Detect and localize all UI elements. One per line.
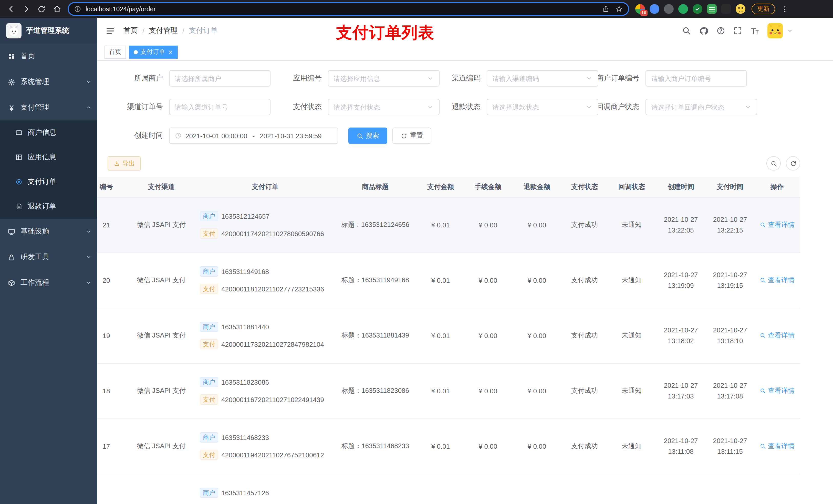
refund-status-input[interactable]: [492, 103, 582, 111]
cell-amount: ¥ 0.01: [418, 418, 463, 474]
extension-icon[interactable]: [664, 4, 674, 14]
channel-order-no-field[interactable]: [169, 99, 270, 115]
cell-title: 标题：1635311823086: [333, 363, 418, 418]
merchant-tag: 商户: [200, 377, 218, 387]
table-row: 21 微信 JSAPI 支付 商户 1635312124657 支付 42000…: [97, 197, 800, 253]
merchant-order-line: 商户 1635311468233: [200, 432, 330, 442]
extension-icon[interactable]: [707, 4, 717, 14]
pay-status-select[interactable]: [328, 99, 439, 115]
pay-status-input[interactable]: [334, 103, 424, 111]
channel-code-input[interactable]: [492, 74, 582, 82]
app-title: 芋道管理系统: [26, 26, 69, 35]
cell-paid: 2021-10-27 13:22:15: [706, 197, 754, 253]
view-detail-link[interactable]: 查看详情: [760, 220, 794, 230]
cell-refund: ¥ 0.00: [512, 308, 562, 363]
toggle-search-button[interactable]: [766, 156, 781, 171]
extension-badge: 10: [640, 9, 647, 16]
chevron-down-icon: [86, 229, 92, 235]
close-icon[interactable]: [168, 49, 173, 54]
cell-action: 查看详情: [754, 418, 800, 474]
hamburger-icon[interactable]: [105, 26, 115, 35]
merchant-order-no-field[interactable]: [645, 70, 747, 87]
merchant-select[interactable]: [169, 70, 270, 87]
active-dot: [134, 50, 138, 54]
chevron-down-icon: [86, 280, 92, 286]
sidebar-item-system[interactable]: 系统管理: [0, 69, 97, 95]
box-icon: [8, 279, 15, 287]
extension-icon[interactable]: [693, 4, 703, 14]
cell-paid: 2021-10-27 13:19:15: [706, 253, 754, 308]
font-size-icon[interactable]: [750, 26, 760, 35]
cell-action: 查看详情: [754, 363, 800, 418]
url-bar[interactable]: localhost:1024/pay/order: [68, 2, 629, 16]
caret-down-icon[interactable]: [787, 28, 793, 34]
merchant-select-input[interactable]: [175, 74, 265, 82]
sidebar-item-workflow[interactable]: 工作流程: [0, 270, 97, 295]
export-button[interactable]: 导出: [108, 156, 141, 171]
view-detail-link[interactable]: 查看详情: [760, 331, 794, 340]
browser-menu-icon[interactable]: [778, 2, 791, 16]
grid-icon: [15, 154, 23, 161]
merchant-order-no-input[interactable]: [651, 74, 741, 82]
app-select[interactable]: [328, 70, 439, 87]
cell-id: 21: [97, 197, 125, 253]
browser-chrome: localhost:1024/pay/order 10 更新: [0, 0, 833, 18]
back-icon[interactable]: [4, 2, 18, 16]
refund-status-select[interactable]: [487, 99, 598, 115]
doc-icon: [15, 203, 23, 210]
extension-icon[interactable]: [649, 4, 659, 14]
cell-id: [97, 474, 125, 504]
tag-pay-order[interactable]: 支付订单: [129, 45, 178, 58]
tag-home[interactable]: 首页: [104, 45, 126, 58]
profile-avatar-icon[interactable]: [736, 4, 745, 14]
date-range-picker[interactable]: 2021-10-01 00:00:00 - 2021-10-31 23:59:5…: [169, 127, 338, 144]
sidebar-item-merchant-info[interactable]: 商户信息: [0, 120, 97, 145]
browser-update-button[interactable]: 更新: [752, 4, 775, 14]
pay-order-line: 支付 4200001173202110272847982104: [200, 339, 330, 349]
cell-status: 支付成功: [562, 363, 608, 418]
breadcrumb-pay[interactable]: 支付管理: [149, 26, 178, 35]
pay-order-line: 支付 4200001194202110276752100612: [200, 450, 330, 460]
callback-status-input[interactable]: [651, 103, 741, 111]
channel-code-select[interactable]: [487, 70, 598, 87]
reset-button[interactable]: 重置: [392, 127, 431, 144]
fullscreen-icon[interactable]: [733, 26, 742, 35]
sidebar-item-devtools[interactable]: 研发工具: [0, 244, 97, 270]
sidebar-item-app-info[interactable]: 应用信息: [0, 145, 97, 170]
search-button[interactable]: 搜索: [348, 127, 387, 144]
sidebar-item-refund-order[interactable]: 退款订单: [0, 194, 97, 219]
browser-home-icon[interactable]: [50, 2, 64, 16]
extension-icon[interactable]: 10: [635, 4, 645, 14]
cell-action: 查看详情: [754, 197, 800, 253]
navbar-actions: [682, 23, 793, 39]
date-start: 2021-10-01 00:00:00: [186, 132, 247, 140]
sidebar-item-pay-order[interactable]: 支付订单: [0, 170, 97, 194]
refresh-table-button[interactable]: [786, 156, 800, 171]
breadcrumb-home[interactable]: 首页: [123, 26, 138, 35]
github-icon[interactable]: [699, 26, 709, 35]
search-icon[interactable]: [682, 26, 691, 35]
share-icon[interactable]: [602, 5, 610, 13]
sidebar-item-infra[interactable]: 基础设施: [0, 219, 97, 244]
cell-refund: ¥ 0.00: [512, 253, 562, 308]
bookmark-star-icon[interactable]: [615, 5, 623, 13]
sidebar-item-pay[interactable]: 支付管理: [0, 95, 97, 120]
extension-icon[interactable]: [678, 4, 688, 14]
site-info-icon[interactable]: [74, 5, 81, 13]
reload-icon[interactable]: [35, 2, 48, 16]
dashboard-icon: [8, 52, 15, 60]
forward-icon[interactable]: [20, 2, 33, 16]
view-detail-link[interactable]: 查看详情: [760, 386, 794, 395]
avatar[interactable]: [767, 23, 783, 39]
view-detail-link[interactable]: 查看详情: [760, 441, 794, 451]
cell-channel: [125, 474, 197, 504]
app-select-input[interactable]: [334, 74, 424, 82]
help-icon[interactable]: [716, 26, 725, 35]
extension-icon[interactable]: [721, 4, 731, 14]
sidebar-item-home[interactable]: 首页: [0, 44, 97, 69]
cell-created: 2021-10-27 13:11:08: [656, 418, 706, 474]
channel-order-no-input[interactable]: [175, 103, 265, 111]
callback-status-select[interactable]: [645, 99, 757, 115]
cell-callback: 未通知: [608, 418, 656, 474]
view-detail-link[interactable]: 查看详情: [760, 275, 794, 285]
